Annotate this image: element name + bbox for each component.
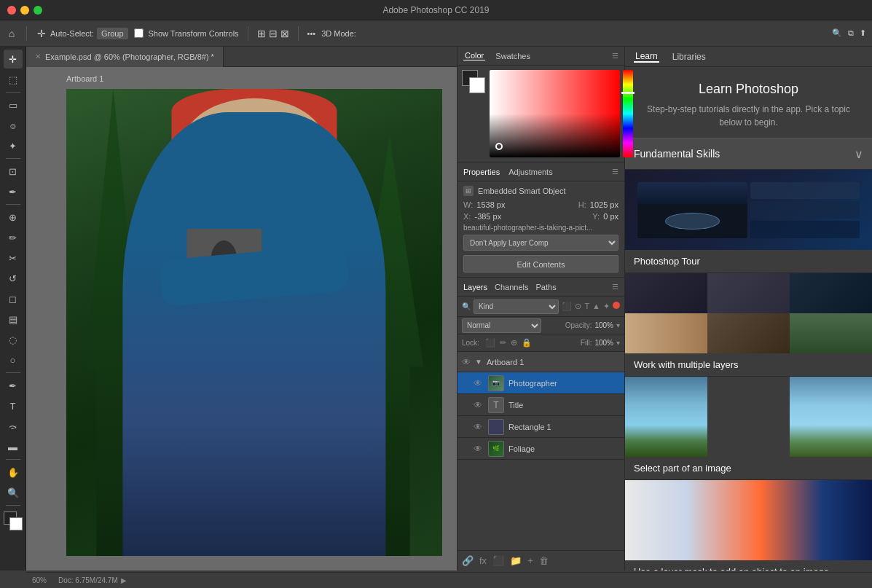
zoom-tool[interactable]: 🔍 xyxy=(4,483,23,502)
layer-mask-icon[interactable]: ⬛ xyxy=(492,555,504,566)
color-panel-menu[interactable]: ☰ xyxy=(612,52,618,60)
edit-contents-button[interactable]: Edit Contents xyxy=(463,255,618,273)
blend-mode-dropdown[interactable]: Normal xyxy=(462,318,541,333)
learn-tab[interactable]: Learn xyxy=(634,51,659,63)
type-filter-icon[interactable]: T xyxy=(584,302,589,311)
move-tool[interactable]: ✛ xyxy=(4,50,23,68)
brush-tool[interactable]: ✏ xyxy=(4,228,23,247)
paths-tab[interactable]: Paths xyxy=(536,283,557,291)
fill-value[interactable]: 100% xyxy=(594,339,613,347)
width-value[interactable]: 1538 px xyxy=(476,200,505,209)
delete-layer-icon[interactable]: 🗑 xyxy=(539,555,549,566)
opacity-arrow[interactable]: ▾ xyxy=(616,321,620,329)
height-value[interactable]: 1025 px xyxy=(590,200,618,209)
fill-arrow[interactable]: ▾ xyxy=(616,339,620,347)
close-button[interactable] xyxy=(7,6,16,15)
lock-position-icon[interactable]: ✏ xyxy=(500,338,506,348)
layer-comp-dropdown[interactable]: Don't Apply Layer Comp xyxy=(463,235,618,251)
properties-tab[interactable]: Properties xyxy=(463,168,500,176)
swatches-tab[interactable]: Swatches xyxy=(494,52,532,60)
fundamental-skills-header[interactable]: Fundamental Skills ∨ xyxy=(625,138,872,170)
marquee-tool[interactable]: ▭ xyxy=(4,95,23,114)
shape-tool[interactable]: ▬ xyxy=(4,437,23,456)
foliage-visibility[interactable]: 👁 xyxy=(472,443,484,455)
dodge-tool[interactable]: ○ xyxy=(4,350,23,369)
adjustments-tab[interactable]: Adjustments xyxy=(508,168,553,176)
foliage-layer[interactable]: 👁 🌿 Foliage xyxy=(457,438,624,460)
align-center-icon[interactable]: ⊟ xyxy=(269,28,278,39)
background-swatch[interactable] xyxy=(469,77,485,93)
opacity-value[interactable]: 100% xyxy=(594,321,613,329)
multiple-layers-card[interactable]: Work with multiple layers xyxy=(625,273,872,377)
libraries-tab[interactable]: Libraries xyxy=(671,52,707,62)
path-select-tool[interactable]: ⤼ xyxy=(4,417,23,436)
arrange-button[interactable]: ⧉ xyxy=(848,28,854,38)
canvas-content[interactable]: Artboard 1 xyxy=(26,67,457,571)
lock-pixels-icon[interactable]: ⬛ xyxy=(485,338,495,348)
minimize-button[interactable] xyxy=(20,6,29,15)
smart-filter-icon[interactable]: ✦ xyxy=(603,302,610,311)
align-right-icon[interactable]: ⊠ xyxy=(280,28,289,39)
artboard-tool[interactable]: ⬚ xyxy=(4,70,23,89)
search-button[interactable]: 🔍 xyxy=(832,28,842,38)
hand-tool[interactable]: ✋ xyxy=(4,463,23,482)
group-dropdown[interactable]: Group xyxy=(97,28,128,39)
history-brush[interactable]: ↺ xyxy=(4,269,23,288)
color-picker[interactable] xyxy=(4,511,23,530)
artboard-expand-icon[interactable]: ▼ xyxy=(475,358,482,366)
crop-tool[interactable]: ⊡ xyxy=(4,162,23,181)
home-button[interactable]: ⌂ xyxy=(6,28,17,39)
filter-type-dropdown[interactable]: Kind xyxy=(474,299,559,314)
align-tools[interactable]: ⊞ ⊟ ⊠ xyxy=(257,28,289,39)
color-tab[interactable]: Color xyxy=(463,51,485,60)
color-picker-handle[interactable] xyxy=(495,143,503,150)
quick-select-tool[interactable]: ✦ xyxy=(4,136,23,155)
move-tool-options[interactable]: ✛ Auto-Select: Group xyxy=(36,28,128,39)
layer-mask-card[interactable]: Use a layer mask to add an object to an … xyxy=(625,480,872,571)
layer-effects-icon[interactable]: fx xyxy=(479,555,487,566)
y-value[interactable]: 0 px xyxy=(603,212,618,221)
layers-list[interactable]: 👁 ▼ Artboard 1 👁 📷 Photographer 👁 xyxy=(457,352,624,550)
eraser-tool[interactable]: ◻ xyxy=(4,289,23,308)
pen-tool[interactable]: ✒ xyxy=(4,376,23,395)
healing-brush[interactable]: ⊕ xyxy=(4,208,23,227)
align-left-icon[interactable]: ⊞ xyxy=(257,28,266,39)
photographer-visibility[interactable]: 👁 xyxy=(472,377,484,389)
fundamental-skills-chevron[interactable]: ∨ xyxy=(855,147,863,161)
artboard-group[interactable]: 👁 ▼ Artboard 1 xyxy=(457,352,624,372)
link-layers-icon[interactable]: 🔗 xyxy=(462,555,474,566)
layers-menu[interactable]: ☰ xyxy=(612,283,618,291)
background-color[interactable] xyxy=(9,517,23,530)
type-tool[interactable]: T xyxy=(4,396,23,415)
x-value[interactable]: -385 px xyxy=(474,212,501,221)
photoshop-tour-card[interactable]: Photoshop Tour xyxy=(625,170,872,273)
clone-stamp[interactable]: ✂ xyxy=(4,248,23,267)
filter-toggle[interactable] xyxy=(613,302,620,309)
color-gradient-container[interactable] xyxy=(490,70,620,157)
properties-menu[interactable]: ☰ xyxy=(612,168,618,176)
select-part-card[interactable]: Select part of an image xyxy=(625,377,872,480)
shape-filter-icon[interactable]: ▲ xyxy=(592,302,600,311)
gradient-tool[interactable]: ▤ xyxy=(4,310,23,329)
lock-all-icon[interactable]: 🔒 xyxy=(522,338,532,348)
blur-tool[interactable]: ◌ xyxy=(4,330,23,349)
rectangle-visibility[interactable]: 👁 xyxy=(472,421,484,433)
color-gradient[interactable] xyxy=(490,70,620,157)
artboard-visibility[interactable]: 👁 xyxy=(460,356,472,368)
3d-mode[interactable]: 3D Mode: xyxy=(321,29,356,38)
lasso-tool[interactable]: ⌾ xyxy=(4,116,23,135)
new-layer-icon[interactable]: + xyxy=(527,555,533,566)
pixel-filter-icon[interactable]: ⬛ xyxy=(562,302,572,311)
color-swatch-box[interactable] xyxy=(462,70,485,93)
title-visibility[interactable]: 👁 xyxy=(472,399,484,411)
photographer-layer[interactable]: 👁 📷 Photographer xyxy=(457,372,624,394)
lock-artboard-icon[interactable]: ⊕ xyxy=(511,338,517,348)
transform-controls[interactable]: Show Transform Controls xyxy=(134,28,239,38)
hue-slider[interactable] xyxy=(623,70,633,157)
share-button[interactable]: ⬆ xyxy=(860,28,866,38)
channels-tab[interactable]: Channels xyxy=(495,283,528,291)
maximize-button[interactable] xyxy=(34,6,42,15)
adjustment-filter-icon[interactable]: ⊙ xyxy=(575,302,581,311)
eyedropper-tool[interactable]: ✒ xyxy=(4,182,23,201)
title-layer[interactable]: 👁 T Title xyxy=(457,394,624,416)
